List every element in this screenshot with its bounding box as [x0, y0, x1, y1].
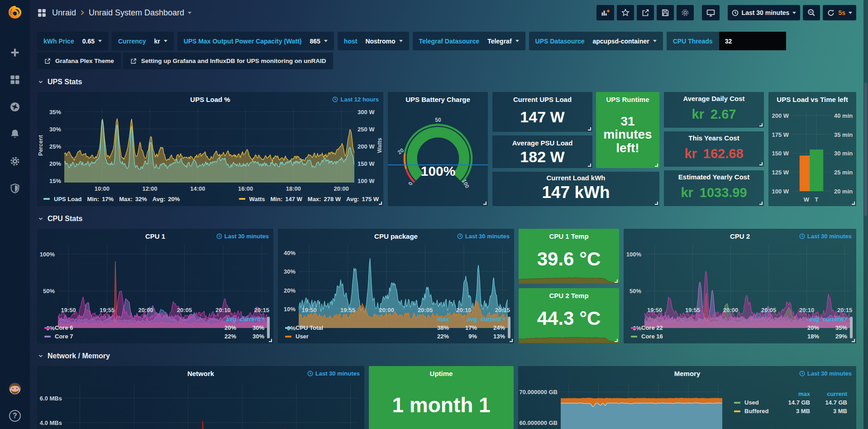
- panel-title[interactable]: CPU 1 Temp: [519, 229, 619, 240]
- variable-cpu-threads[interactable]: CPU Threads32: [667, 32, 786, 50]
- resize-handle[interactable]: [759, 202, 763, 205]
- resize-handle[interactable]: [588, 164, 591, 167]
- legend-column-header[interactable]: avg: [210, 316, 236, 323]
- share-button[interactable]: [637, 5, 654, 20]
- section-network-memory[interactable]: Network / Memory: [38, 351, 856, 362]
- panel-title[interactable]: Current UPS Load: [492, 92, 592, 103]
- ups-load-chart[interactable]: 35%30%25%20%15%300 W250 W200 W150 W100 W…: [64, 108, 354, 183]
- variable-value-dropdown[interactable]: Nostromo: [357, 38, 409, 45]
- dashboard-settings-gear-icon[interactable]: [677, 5, 694, 20]
- resize-handle[interactable]: [379, 202, 382, 205]
- panel-title[interactable]: UPS Battery Charge: [388, 92, 488, 103]
- cycle-view-monitor-icon[interactable]: [702, 5, 720, 20]
- resize-handle[interactable]: [483, 202, 486, 205]
- resize-handle[interactable]: [852, 339, 855, 342]
- legend-series-name[interactable]: Core 16: [631, 333, 791, 340]
- panel-title[interactable]: This Years Cost: [664, 131, 764, 142]
- add-panel-button[interactable]: [596, 5, 614, 20]
- resize-handle[interactable]: [655, 164, 658, 167]
- legend-column-header[interactable]: current: [821, 316, 847, 323]
- legend-column-header[interactable]: current: [238, 316, 264, 323]
- scrollbar-thumb[interactable]: [864, 82, 867, 216]
- dashboard-link[interactable]: Setting up Grafana and InfluxDB for UPS …: [123, 53, 333, 69]
- variable-value-dropdown[interactable]: 865: [302, 38, 334, 45]
- memory-chart[interactable]: 70.000000 GB60.000000 GB50.000000 GB: [561, 383, 722, 429]
- legend-series-name[interactable]: UPS Load: [54, 196, 81, 202]
- breadcrumb-folder[interactable]: Unraid: [52, 8, 76, 18]
- dashboard-link[interactable]: Grafana Plex Theme: [37, 53, 121, 69]
- resize-handle[interactable]: [588, 127, 591, 130]
- page-scrollbar[interactable]: [863, 0, 868, 429]
- panel-title[interactable]: Average PSU Load: [492, 135, 592, 147]
- variable-value-dropdown[interactable]: Telegraf: [479, 38, 525, 45]
- legend-scrollbar[interactable]: [508, 317, 510, 338]
- panel-title[interactable]: UPS Runtime: [596, 92, 659, 103]
- resize-handle[interactable]: [759, 162, 763, 165]
- legend-column-header[interactable]: avg: [451, 316, 477, 323]
- legend-item[interactable]: WattsMin:147 WMax:278 WAvg:175 W: [239, 196, 379, 202]
- panel-time-range[interactable]: Last 30 minutes: [799, 233, 852, 240]
- section-ups-stats[interactable]: UPS Stats: [38, 77, 856, 87]
- resize-handle[interactable]: [655, 202, 658, 205]
- legend-series-name[interactable]: Used: [734, 399, 773, 406]
- legend-column-header[interactable]: current: [812, 390, 847, 397]
- section-cpu-stats[interactable]: CPU Stats: [38, 213, 856, 224]
- refresh-button[interactable]: 5s: [823, 5, 856, 20]
- server-admin-shield-icon[interactable]: [10, 183, 20, 194]
- explore-compass-icon[interactable]: [10, 101, 20, 112]
- legend-series-name[interactable]: Core 22: [631, 324, 791, 331]
- panel-title[interactable]: CPU 2 Temp: [519, 288, 619, 299]
- legend-series-name[interactable]: Buffered: [734, 408, 773, 415]
- legend-column-header[interactable]: max: [775, 390, 810, 397]
- panel-time-range[interactable]: Last 30 minutes: [457, 233, 510, 240]
- variable-ups-max-output-power-capacity-watt[interactable]: UPS Max Output Power Capacity (Watt)865: [177, 32, 334, 50]
- alerting-bell-icon[interactable]: [10, 129, 20, 140]
- dashboard-dropdown-caret[interactable]: [188, 12, 191, 14]
- variable-telegraf-datasource[interactable]: Telegraf DatasourceTelegraf: [413, 32, 525, 50]
- resize-handle[interactable]: [615, 339, 618, 342]
- dashboards-icon[interactable]: [10, 74, 20, 85]
- zoom-out-button[interactable]: [803, 5, 820, 20]
- resize-handle[interactable]: [852, 202, 855, 205]
- cpu1-chart[interactable]: 100%50%0%19:5019:5520:0020:0520:1020:15: [58, 245, 267, 304]
- variable-ups-datasource[interactable]: UPS Datasourceapcupsd-container: [529, 32, 663, 50]
- variable-kwh-price[interactable]: kWh Price0.65: [37, 32, 108, 50]
- variable-value-dropdown[interactable]: kr: [146, 38, 173, 45]
- star-button[interactable]: [617, 5, 634, 20]
- panel-title[interactable]: Estimated Yearly Cost: [664, 170, 764, 181]
- legend-column-header[interactable]: avg: [793, 316, 819, 323]
- cpu-package-chart[interactable]: 40%30%20%10%0%19:5019:5520:0020:0520:102…: [299, 245, 508, 304]
- legend-scrollbar[interactable]: [267, 317, 270, 338]
- resize-handle[interactable]: [759, 123, 763, 126]
- panel-title[interactable]: Average Daily Cost: [664, 92, 764, 102]
- battery-gauge[interactable]: 02050100100%: [388, 106, 488, 206]
- network-chart[interactable]: 6.0 MBs4.0 MBs2.0 MBs: [65, 383, 358, 429]
- panel-time-range[interactable]: Last 12 hours: [332, 96, 379, 103]
- user-avatar[interactable]: [8, 382, 22, 397]
- legend-series-name[interactable]: User: [285, 333, 421, 340]
- dashboards-grid-icon[interactable]: [37, 8, 47, 18]
- legend-series-name[interactable]: Core 7: [44, 333, 208, 340]
- legend-series-name[interactable]: Watts: [249, 196, 265, 202]
- panel-time-range[interactable]: Last 30 minutes: [307, 370, 360, 377]
- resize-handle[interactable]: [269, 339, 272, 342]
- legend-item[interactable]: UPS LoadMin:17%Max:32%Avg:20%: [43, 196, 180, 202]
- variable-host[interactable]: hostNostromo: [338, 32, 409, 50]
- grafana-logo[interactable]: [7, 5, 23, 22]
- create-plus-icon[interactable]: [10, 47, 20, 58]
- load-vs-time-chart[interactable]: 200 W175 W150 W125 W100 W40 min35 min30 …: [792, 110, 831, 193]
- help-icon[interactable]: ?: [9, 410, 21, 422]
- panel-time-range[interactable]: Last 30 minutes: [799, 370, 852, 377]
- legend-series-name[interactable]: Core 6: [44, 324, 208, 331]
- legend-scrollbar[interactable]: [850, 317, 853, 338]
- panel-title[interactable]: UPS Load vs Time left: [768, 92, 856, 103]
- time-range-picker[interactable]: Last 30 minutes: [728, 5, 801, 20]
- legend-column-header[interactable]: max: [423, 316, 449, 323]
- panel-time-range[interactable]: Last 30 minutes: [216, 233, 269, 240]
- save-button[interactable]: [657, 5, 674, 20]
- cpu2-chart[interactable]: 100%50%0%19:5019:5520:0020:0520:1020:15: [644, 245, 850, 304]
- variable-value-dropdown[interactable]: apcupsd-container: [585, 38, 663, 45]
- configuration-gear-icon[interactable]: [10, 156, 20, 167]
- legend-series-name[interactable]: CPU Total: [285, 324, 421, 331]
- variable-text-input[interactable]: 32: [719, 32, 786, 50]
